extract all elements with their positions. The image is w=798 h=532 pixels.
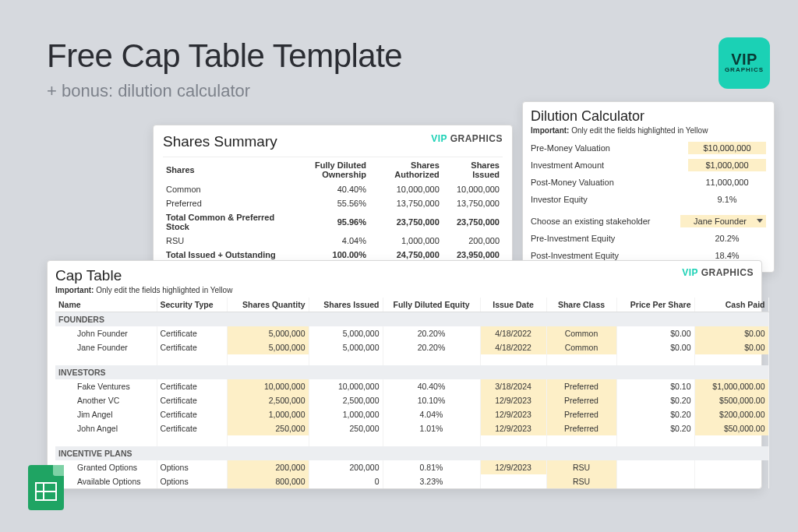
table-row: John FounderCertificate5,000,0005,000,00… [55,326,768,340]
dilution-row: Investor Equity9.1% [531,191,766,208]
stakeholder-row: Choose an existing stakeholder Jane Foun… [531,213,766,230]
table-row: John AngelCertificate250,000250,0001.01%… [55,421,768,435]
cap-col: Price Per Share [616,298,694,312]
vip-badge: VIP GRAPHICS [719,37,770,89]
table-row: Common40.40%10,000,00010,000,000 [163,182,503,196]
shares-summary-table: SharesFully Diluted OwnershipShares Auth… [163,157,503,262]
table-row: RSU4.04%1,000,000200,000 [163,234,503,248]
dilution-title: Dilution Calculator [531,108,766,125]
dilution-value[interactable]: $10,000,000 [688,142,766,154]
dilution-note: Important: Only edit the fields highligh… [531,126,766,135]
cap-col: Issue Date [480,298,546,312]
dilution-value: 9.1% [688,193,766,206]
table-row: Another VCCertificate2,500,0002,500,0001… [55,393,768,407]
dilution-row: Pre-Money Valuation$10,000,000 [531,139,766,157]
vip-badge-sub: GRAPHICS [725,68,764,73]
chevron-down-icon [757,219,763,223]
cap-col: Shares Issued [309,298,383,312]
shares-col: Fully Diluted Ownership [280,157,369,183]
dilution-row: Pre-Investment Equity20.2% [531,230,766,247]
vip-logo: VIP GRAPHICS [682,267,754,278]
page-subtitle: + bonus: dilution calculator [47,81,250,101]
vip-badge-text: VIP [731,53,757,66]
cap-col: Share Class [546,298,616,312]
page-title: Free Cap Table Template [47,37,402,75]
table-row: Jim AngelCertificate1,000,0001,000,0004.… [55,407,768,421]
dilution-row: Investment Amount$1,000,000 [531,157,766,174]
table-row: Total Common & Preferred Stock95.96%23,7… [163,210,503,234]
table-row: Fake VenturesCertificate10,000,00010,000… [55,379,768,393]
section-header: FOUNDERS [55,312,768,327]
cap-col: Name [55,298,157,312]
dilution-panel: Dilution Calculator Important: Only edit… [522,101,775,273]
shares-col: Shares Authorized [369,157,443,183]
table-row: Granted OptionsOptions200,000200,0000.81… [55,460,768,474]
cap-table-panel: Cap Table Important: Only edit the field… [47,260,762,489]
shares-summary-title: Shares Summary [163,133,277,150]
google-sheets-icon [28,465,64,510]
shares-col: Shares [163,157,280,183]
table-row: Preferred55.56%13,750,00013,750,000 [163,196,503,210]
dilution-row: Post-Money Valuation11,000,000 [531,174,766,191]
cap-table: NameSecurity TypeShares QuantityShares I… [55,298,769,488]
section-header: INVESTORS [55,365,768,379]
cap-col: Security Type [157,298,227,312]
cap-col: Cash Paid [694,298,768,312]
cap-table-title: Cap Table [55,267,232,284]
dilution-value[interactable]: $1,000,000 [688,159,766,171]
cap-table-note: Important: Only edit the fields highligh… [55,286,232,294]
cap-col: Fully Diluted Equity [383,298,480,312]
cap-col: Shares Quantity [227,298,309,312]
vip-logo: VIP GRAPHICS [431,133,503,144]
stakeholder-label: Choose an existing stakeholder [531,217,650,226]
stakeholder-select[interactable]: Jane Founder [680,215,766,227]
table-row: Jane FounderCertificate5,000,0005,000,00… [55,340,768,354]
dilution-value: 11,000,000 [688,176,766,188]
shares-summary-panel: Shares Summary VIP GRAPHICS SharesFully … [153,125,513,270]
table-row: Available OptionsOptions800,00003.23%RSU [55,474,768,488]
section-header: INCENTIVE PLANS [55,446,768,460]
shares-col: Shares Issued [443,157,503,183]
